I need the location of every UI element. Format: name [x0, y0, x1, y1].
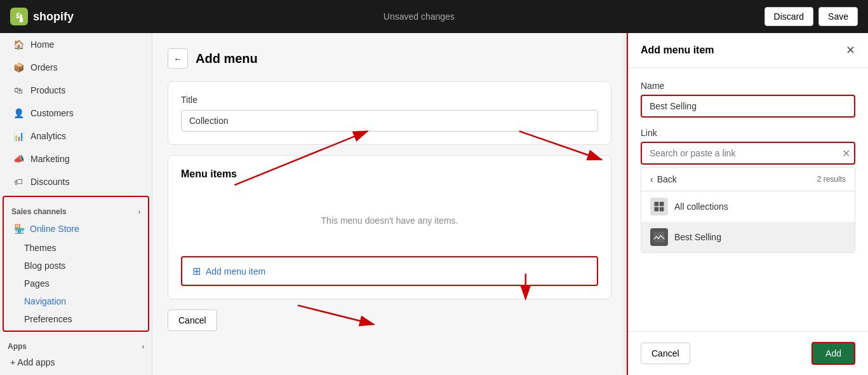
marketing-icon: 📣 [13, 153, 24, 165]
sidebar-sub-item-themes[interactable]: Themes [4, 239, 148, 257]
online-store-label: Online Store [30, 224, 79, 234]
best-selling-icon [650, 228, 668, 246]
title-card: Title [168, 81, 611, 145]
preferences-label: Preferences [24, 314, 72, 324]
logo-text: shopify [33, 10, 74, 24]
page-header: ← Add menu [168, 48, 611, 69]
cancel-button[interactable]: Cancel [168, 310, 217, 331]
panel-cancel-button[interactable]: Cancel [641, 343, 690, 364]
sidebar-item-home[interactable]: 🏠 Home [3, 34, 149, 55]
sidebar-item-products[interactable]: 🛍 Products [3, 79, 149, 101]
dropdown-item-all-collections[interactable]: All collections [641, 191, 855, 222]
topbar: shopify Unsaved changes Discard Save [0, 0, 868, 33]
back-label: Back [657, 174, 677, 184]
add-menu-item-button[interactable]: ⊞ Add menu item [181, 256, 598, 286]
analytics-icon: 📊 [13, 130, 24, 142]
add-apps-button[interactable]: + Add apps [0, 353, 152, 371]
title-input[interactable] [181, 110, 598, 132]
page-title: Add menu [196, 51, 258, 66]
svg-rect-9 [655, 207, 659, 212]
pages-label: Pages [24, 278, 50, 289]
sidebar-analytics-label: Analytics [30, 131, 66, 141]
products-icon: 🛍 [13, 85, 24, 96]
link-field: Link ✕ ‹ Back 2 results [641, 128, 855, 253]
name-field-label: Name [641, 81, 855, 91]
blog-posts-label: Blog posts [24, 261, 65, 271]
sidebar-item-analytics[interactable]: 📊 Analytics [3, 125, 149, 147]
panel-header: Add menu item ✕ [628, 33, 868, 68]
name-field: Name [641, 81, 855, 118]
best-selling-label: Best Selling [674, 232, 721, 242]
back-icon: ← [173, 54, 182, 64]
side-panel: Add menu item ✕ Name Link ✕ ‹ Back [627, 33, 868, 375]
clear-link-button[interactable]: ✕ [842, 147, 850, 160]
link-input[interactable] [641, 142, 855, 165]
svg-rect-7 [655, 202, 659, 207]
sales-channels-section[interactable]: Sales channels › [4, 202, 148, 219]
sidebar-sub-item-navigation[interactable]: Navigation [4, 292, 148, 310]
navigation-label: Navigation [24, 296, 66, 306]
sidebar-marketing-label: Marketing [30, 154, 69, 164]
discounts-icon: 🏷 [13, 176, 24, 188]
svg-rect-10 [660, 207, 664, 212]
panel-title: Add menu item [641, 44, 714, 56]
main-content: ← Add menu Title Menu items This menu do… [152, 33, 627, 375]
sidebar-item-customers[interactable]: 👤 Customers [3, 102, 149, 124]
empty-message: This menu doesn't have any items. [181, 190, 598, 251]
close-panel-button[interactable]: ✕ [846, 43, 855, 57]
save-button[interactable]: Save [818, 7, 858, 26]
sidebar-sub-item-blog-posts[interactable]: Blog posts [4, 257, 148, 275]
back-dropdown-button[interactable]: ‹ Back [650, 174, 677, 184]
apps-label: Apps [8, 342, 27, 351]
sidebar-item-discounts[interactable]: 🏷 Discounts [3, 171, 149, 193]
sidebar-orders-label: Orders [30, 62, 58, 72]
svg-rect-8 [660, 202, 664, 207]
sidebar-item-marketing[interactable]: 📣 Marketing [3, 148, 149, 170]
sidebar-item-orders[interactable]: 📦 Orders [3, 57, 149, 78]
sidebar-sub-item-preferences[interactable]: Preferences [4, 310, 148, 328]
menu-items-title: Menu items [181, 168, 598, 180]
themes-label: Themes [24, 243, 57, 253]
sidebar-customers-label: Customers [30, 108, 74, 118]
orders-icon: 📦 [13, 62, 24, 73]
add-menu-item-label: Add menu item [206, 266, 265, 276]
add-button[interactable]: Add [811, 342, 855, 365]
all-collections-icon [650, 198, 668, 215]
panel-footer: Cancel Add [628, 331, 868, 375]
shopify-logo-icon [10, 8, 28, 25]
dropdown-header: ‹ Back 2 results [641, 168, 855, 191]
dropdown-item-best-selling[interactable]: Best Selling [641, 222, 855, 252]
link-field-label: Link [641, 128, 855, 138]
name-input[interactable] [641, 95, 855, 118]
sales-channels-label: Sales channels [11, 207, 67, 216]
apps-section: Apps › [0, 337, 152, 353]
sales-channels-chevron: › [138, 208, 140, 215]
add-menu-item-icon: ⊞ [192, 265, 201, 277]
sidebar-products-label: Products [30, 85, 65, 95]
sidebar-item-online-store[interactable]: 🏪 Online Store [4, 219, 148, 239]
link-input-wrapper: ✕ [641, 142, 855, 165]
back-chevron-icon: ‹ [650, 174, 653, 184]
apps-chevron: › [142, 343, 144, 350]
topbar-actions: Discard Save [765, 7, 858, 26]
all-collections-label: All collections [674, 201, 728, 212]
online-store-icon: 🏪 [14, 224, 25, 234]
logo: shopify [10, 8, 74, 25]
dropdown-results: ‹ Back 2 results [641, 167, 855, 253]
menu-items-card: Menu items This menu doesn't have any it… [168, 155, 611, 299]
sidebar-home-label: Home [30, 39, 54, 50]
unsaved-changes-label: Unsaved changes [384, 11, 455, 22]
discard-button[interactable]: Discard [765, 7, 813, 26]
results-count: 2 results [817, 175, 846, 184]
add-apps-label: + Add apps [10, 357, 55, 367]
customers-icon: 👤 [13, 107, 24, 119]
sidebar-sub-item-pages[interactable]: Pages [4, 275, 148, 292]
title-label: Title [181, 95, 598, 105]
home-icon: 🏠 [13, 39, 24, 50]
back-button[interactable]: ← [168, 48, 188, 69]
panel-body: Name Link ✕ ‹ Back 2 results [628, 68, 868, 331]
sidebar: 🏠 Home 📦 Orders 🛍 Products 👤 Customers 📊… [0, 33, 152, 375]
sidebar-discounts-label: Discounts [30, 177, 69, 187]
